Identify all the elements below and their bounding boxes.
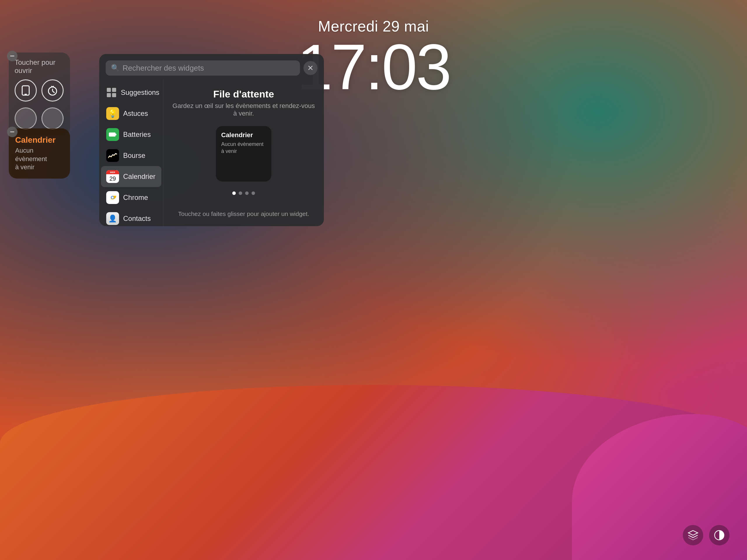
battery-svg (108, 132, 117, 137)
sidebar-item-astuces[interactable]: 💡 Astuces (101, 103, 161, 124)
calendar-widget-to-come: à venir (15, 163, 63, 172)
calendar-widget-no-event: Aucun évènement (15, 147, 63, 163)
content-subtitle: Gardez un œil sur les évènements et rend… (172, 102, 315, 117)
calendar-widget: Calendrier Aucun évènement à venir (9, 128, 70, 179)
timer-icon (47, 85, 58, 96)
dot-1 (232, 192, 236, 195)
sidebar-item-chrome[interactable]: Chrome (101, 187, 161, 208)
svg-rect-7 (107, 88, 111, 92)
sidebar-item-label-chrome: Chrome (123, 194, 148, 202)
svg-rect-11 (109, 132, 115, 136)
cal-minus-icon: − (10, 127, 15, 136)
bourse-icon (106, 149, 119, 162)
svg-rect-12 (115, 134, 117, 135)
calendar-widget-title: Calendrier (15, 135, 63, 145)
minus-icon: − (10, 51, 15, 61)
suggestions-icon (106, 86, 117, 99)
preview-cal-no-event: Aucun évènement (221, 141, 266, 148)
contacts-icon: 👤 (106, 212, 119, 225)
sidebar-item-label-contacts: Contacts (123, 214, 151, 223)
astuces-icon: 💡 (106, 107, 119, 120)
suggestions-svg (106, 87, 117, 98)
cal-icon-top: MER (106, 170, 119, 174)
chrome-icon (106, 191, 119, 204)
sidebar: Suggestions 💡 Astuces Batteries (99, 80, 163, 226)
calendar-widget-minus-btn[interactable]: − (7, 127, 18, 137)
widget-icon-empty-2 (42, 107, 63, 130)
widget-panel-minus-btn[interactable]: − (7, 51, 18, 61)
close-button[interactable]: ✕ (304, 61, 317, 75)
widget-icons-row (15, 79, 64, 102)
preview-cal-title: Calendrier (221, 131, 266, 139)
sidebar-item-label-suggestions: Suggestions (121, 88, 159, 97)
sidebar-item-suggestions[interactable]: Suggestions (101, 82, 161, 103)
calendrier-icon: MER 29 (106, 170, 119, 183)
svg-rect-10 (112, 93, 116, 97)
widget-icon-empty-1 (15, 107, 37, 130)
sidebar-item-label-bourse: Bourse (123, 151, 145, 160)
timer-icon-circle (42, 79, 63, 102)
modal-body: Suggestions 💡 Astuces Batteries (99, 80, 324, 226)
close-icon: ✕ (307, 63, 314, 73)
content-area: File d'attente Gardez un œil sur les évè… (163, 80, 324, 226)
screen-icon-circle (15, 79, 37, 102)
cal-day-num: 29 (109, 174, 116, 183)
modal-header: 🔍 Rechercher des widgets ✕ (99, 54, 324, 76)
chrome-svg (108, 193, 117, 202)
search-placeholder: Rechercher des widgets (123, 63, 204, 73)
bottom-icons (683, 525, 729, 545)
svg-marker-21 (688, 531, 698, 535)
cal-month-abbr: MER (110, 171, 115, 174)
sidebar-item-calendrier[interactable]: MER 29 Calendrier (101, 166, 161, 187)
svg-point-16 (112, 197, 114, 199)
dot-2 (239, 192, 242, 195)
widget-icons-row2 (15, 107, 64, 130)
sidebar-item-label-calendrier: Calendrier (123, 173, 156, 181)
contrast-icon (714, 529, 725, 541)
widget-modal: 🔍 Rechercher des widgets ✕ Suggestion (99, 54, 324, 226)
dot-4 (252, 192, 255, 195)
dot-3 (245, 192, 249, 195)
contrast-button[interactable] (709, 525, 729, 545)
svg-line-6 (53, 91, 55, 93)
preview-cal-to-come: à venir (221, 148, 266, 155)
bourse-svg (108, 152, 118, 159)
sidebar-item-bourse[interactable]: Bourse (101, 145, 161, 166)
svg-rect-0 (22, 86, 29, 95)
search-bar[interactable]: 🔍 Rechercher des widgets (106, 60, 300, 76)
svg-rect-9 (107, 93, 111, 97)
layers-icon (687, 529, 699, 541)
search-icon: 🔍 (111, 64, 120, 72)
widget-panel-label: Toucher pour ouvrir (15, 58, 64, 75)
add-hint: Touchez ou faites glisser pour ajouter u… (178, 210, 309, 220)
screen-icon (20, 85, 31, 96)
sidebar-item-label-astuces: Astuces (123, 109, 148, 118)
sidebar-item-label-batteries: Batteries (123, 130, 151, 138)
sidebar-item-contacts[interactable]: 👤 Contacts (101, 208, 161, 226)
widget-preview[interactable]: Calendrier Aucun évènement à venir (216, 126, 272, 181)
svg-rect-8 (112, 88, 116, 92)
widget-panel: Toucher pour ouvrir (9, 53, 70, 135)
batteries-icon (106, 128, 119, 141)
content-title: File d'attente (213, 88, 274, 100)
layers-button[interactable] (683, 525, 703, 545)
sidebar-item-batteries[interactable]: Batteries (101, 124, 161, 145)
dots-row (232, 192, 255, 195)
